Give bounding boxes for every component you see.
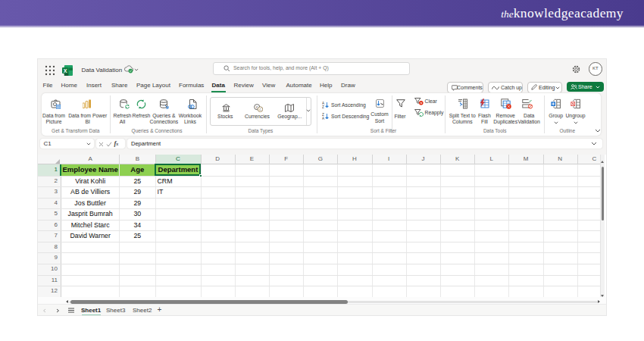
svg-text:A: A — [322, 117, 325, 120]
svg-text:Z: Z — [322, 105, 324, 108]
svg-text:X: X — [64, 67, 67, 73]
